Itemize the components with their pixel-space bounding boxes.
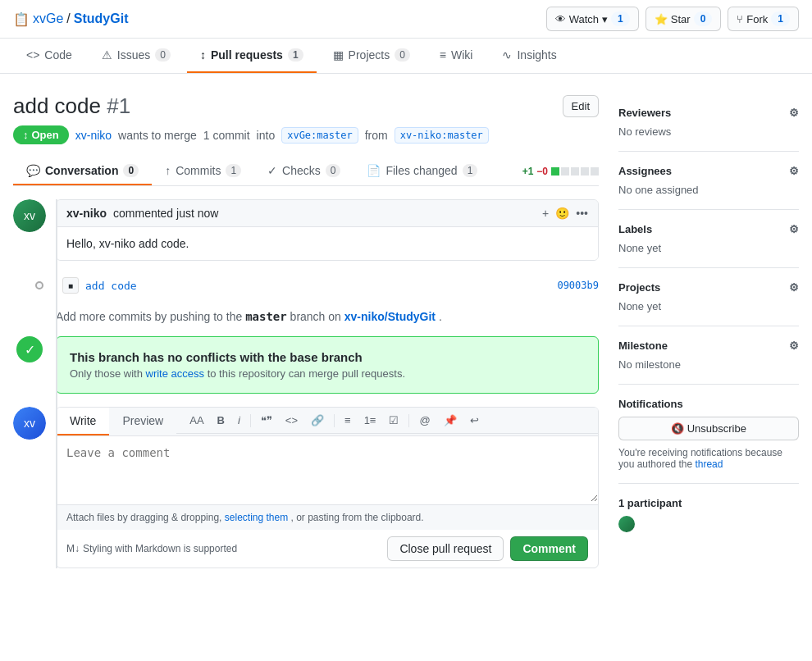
comment-textarea[interactable] <box>57 436 598 502</box>
toolbar-quote-btn[interactable]: ❝❞ <box>258 413 276 428</box>
sidebar-labels: Labels ⚙ None yet <box>618 209 799 267</box>
push-branch: master <box>245 310 287 323</box>
tab-code-label: Code <box>44 48 71 62</box>
conversation-label: Conversation <box>45 164 118 177</box>
tab-projects[interactable]: ▦ Projects 0 <box>320 39 423 73</box>
labels-gear-icon[interactable]: ⚙ <box>789 223 799 235</box>
close-pr-button[interactable]: Close pull request <box>387 536 504 561</box>
unsubscribe-button[interactable]: 🔇 Unsubscribe <box>618 417 799 440</box>
pr-status-icon: ↕ <box>23 129 29 141</box>
tab-code[interactable]: <> Code <box>13 39 85 73</box>
thread-link[interactable]: thread <box>695 458 723 470</box>
pr-count: 1 <box>288 48 303 62</box>
edit-button[interactable]: Edit <box>563 95 599 117</box>
fork-button[interactable]: ⑂ Fork 1 <box>728 7 799 31</box>
toolbar-mention-btn[interactable]: @ <box>416 413 433 428</box>
pr-tab-conversation[interactable]: 💬 Conversation 0 <box>13 157 152 185</box>
sidebar-milestone: Milestone ⚙ No milestone <box>618 326 799 384</box>
pr-action-text: wants to merge <box>118 129 197 142</box>
sidebar: Reviewers ⚙ No reviews Assignees ⚙ No on… <box>618 93 799 581</box>
toolbar-reply-btn[interactable]: ↩ <box>467 413 482 428</box>
toolbar-task-list-btn[interactable]: ☑ <box>385 413 402 428</box>
pr-tab-files[interactable]: 📄 Files changed 1 <box>354 157 490 185</box>
pr-title-row: add code #1 Edit <box>13 93 599 119</box>
watch-count: 1 <box>611 11 630 26</box>
reviewers-gear-icon[interactable]: ⚙ <box>789 107 799 119</box>
toolbar-ordered-list-btn[interactable]: 1≡ <box>361 413 380 428</box>
pr-tab-checks[interactable]: ✓ Checks 0 <box>254 157 354 185</box>
diff-added: +1 <box>522 166 534 177</box>
merge-check-icon: ✓ <box>16 336 43 362</box>
tab-wiki-label: Wiki <box>451 48 472 62</box>
toolbar-code-btn[interactable]: <> <box>282 413 301 428</box>
star-icon: ⭐ <box>655 13 668 25</box>
pr-head-branch[interactable]: xv-niko:master <box>395 127 489 144</box>
write-tab-preview[interactable]: Preview <box>109 408 176 435</box>
commit-message[interactable]: add code <box>85 280 137 292</box>
pr-from-text: from <box>365 129 388 142</box>
pr-tab-commits[interactable]: ↑ Commits 1 <box>152 157 254 185</box>
repo-icon: 📋 <box>13 11 30 27</box>
toolbar-bold-btn[interactable]: B <box>214 413 228 428</box>
pr-meta: ↕ Open xv-niko wants to merge 1 commit i… <box>13 125 599 144</box>
assignees-gear-icon[interactable]: ⚙ <box>789 165 799 177</box>
comment-author[interactable]: xv-niko <box>66 207 107 220</box>
write-tab-write[interactable]: Write <box>57 408 109 435</box>
action-buttons: Close pull request Comment <box>387 536 588 561</box>
tab-issues[interactable]: ⚠ Issues 0 <box>89 39 184 73</box>
star-button[interactable]: ⭐ Star 0 <box>645 7 722 31</box>
merge-icon-container: ✓ <box>13 336 46 362</box>
attach-link[interactable]: selecting them <box>225 512 288 523</box>
participants-label: 1 participant <box>618 497 799 509</box>
merge-subtitle: Only those with write access to this rep… <box>70 367 585 380</box>
pr-into-text: into <box>257 129 276 142</box>
repo-name-link[interactable]: StudyGit <box>74 11 129 26</box>
pr-status-text: Open <box>32 129 59 141</box>
notifications-label: Notifications <box>618 398 799 410</box>
merge-box: This branch has no conflicts with the ba… <box>56 336 599 394</box>
watch-button[interactable]: 👁 Watch ▾ 1 <box>546 7 639 31</box>
tab-insights[interactable]: ∿ Insights <box>489 39 569 73</box>
comment-button[interactable]: Comment <box>510 536 588 561</box>
assignees-label-text: Assignees <box>618 165 672 177</box>
nav-tabs: <> Code ⚠ Issues 0 ↕ Pull requests 1 ▦ P… <box>0 39 812 74</box>
smiley-icon[interactable]: 🙂 <box>555 207 569 220</box>
repo-title: 📋 xvGe / StudyGit <box>13 11 128 27</box>
toolbar-aa-btn[interactable]: AA <box>186 413 207 428</box>
diff-block-4 <box>581 167 589 176</box>
push-repo-link[interactable]: xv-niko/StudyGit <box>344 310 436 323</box>
files-count: 1 <box>463 164 478 177</box>
diff-block-3 <box>571 167 579 176</box>
code-icon: <> <box>26 48 39 62</box>
merge-subtitle-before: Only those with <box>70 367 143 380</box>
repo-owner-link[interactable]: xvGe <box>33 11 63 26</box>
assignees-value: No one assigned <box>618 184 799 196</box>
write-access-link[interactable]: write access <box>146 367 205 380</box>
fork-count: 1 <box>771 11 790 26</box>
toolbar-unordered-list-btn[interactable]: ≡ <box>341 413 354 428</box>
watch-label: Watch <box>569 13 599 25</box>
pr-author-link[interactable]: xv-niko <box>75 129 112 142</box>
participant-avatars <box>618 516 799 535</box>
write-container: xv Write Preview AA B i ❝❞ <box>13 407 599 568</box>
tab-pullrequests[interactable]: ↕ Pull requests 1 <box>187 39 317 73</box>
toolbar-italic-btn[interactable]: i <box>235 413 244 428</box>
more-icon[interactable]: ••• <box>576 207 588 220</box>
fork-label: Fork <box>746 13 768 25</box>
labels-value: None yet <box>618 242 799 254</box>
plus-icon[interactable]: + <box>542 207 549 220</box>
commit-dot-container <box>23 281 56 289</box>
toolbar-link-btn[interactable]: 🔗 <box>308 413 327 428</box>
commit-sha[interactable]: 09003b9 <box>557 280 599 291</box>
milestone-gear-icon[interactable]: ⚙ <box>789 340 799 352</box>
diff-blocks <box>551 167 599 176</box>
comment-time-label: commented just now <box>113 207 218 220</box>
toolbar-ref-btn[interactable]: 📌 <box>440 413 460 428</box>
pr-number: #1 <box>107 93 130 118</box>
tab-wiki[interactable]: ≡ Wiki <box>427 39 486 73</box>
pr-tabs: 💬 Conversation 0 ↑ Commits 1 ✓ Checks 0 … <box>13 157 599 186</box>
reviewers-label: Reviewers ⚙ <box>618 107 799 119</box>
repo-sep: / <box>66 11 70 26</box>
projects-gear-icon[interactable]: ⚙ <box>789 281 799 294</box>
pr-base-branch[interactable]: xvGe:master <box>281 127 358 144</box>
